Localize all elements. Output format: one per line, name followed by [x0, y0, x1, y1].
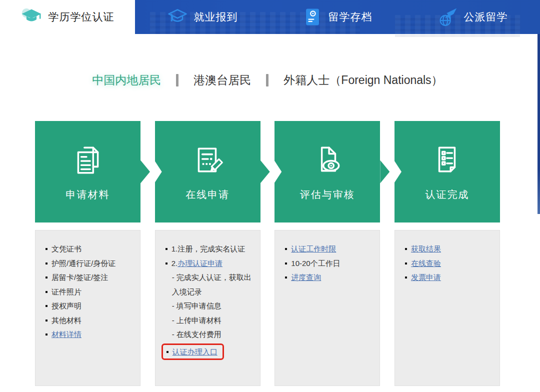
plane-globe-icon	[438, 7, 458, 27]
panel-item-list: 获取结果在线查验发票申请	[395, 230, 500, 285]
step-label: 申请材料	[66, 188, 110, 202]
archive-document-icon	[303, 8, 322, 26]
panel-evaluation-review: 认证工作时限10-20个工作日进度查询	[274, 230, 380, 386]
graduation-cap-filled-icon	[21, 8, 42, 26]
panel-link-item: 材料详情	[46, 328, 133, 342]
panel-online-application: 1.注册，完成实名认证2.办理认证申请- 完成实人认证，获取出入境记录- 填写申…	[155, 230, 260, 386]
panel-text: 入境记录	[172, 288, 202, 296]
checklist-icon	[430, 143, 464, 178]
tab-label: 留学存档	[328, 10, 372, 24]
separator-bar	[266, 74, 268, 86]
separator-bar	[176, 74, 178, 86]
edit-document-icon	[191, 143, 224, 178]
panel-text-item: 其他材料	[46, 314, 133, 328]
graduation-cap-outline-icon	[168, 8, 188, 26]
panel-text-item: 授权声明	[46, 299, 133, 314]
panel-item-list: 文凭证书护照/通行证/身份证居留卡/签证/签注证件照片授权声明其他材料材料详情	[36, 230, 140, 342]
panel-text: 居留卡/签证/签注	[52, 273, 108, 282]
panel-text: 1.注册，完成实名认证	[172, 244, 246, 253]
panel-text-item: 护照/通行证/身份证	[46, 256, 133, 271]
panel-application-materials: 文凭证书护照/通行证/身份证居留卡/签证/签注证件照片授权声明其他材料材料详情	[35, 230, 140, 386]
tab-study-abroad-archive[interactable]: 留学存档	[270, 0, 405, 34]
panel-link[interactable]: 进度查询	[291, 273, 321, 282]
top-tabbar: 学历学位认证 就业报到 留学存档	[0, 0, 540, 34]
panel-text: 授权声明	[52, 302, 82, 310]
panel-text: 护照/通行证/身份证	[52, 259, 116, 268]
panel-text: - 上传申请材料	[172, 316, 222, 324]
step-label: 认证完成	[425, 188, 469, 202]
panel-text-item: 文凭证书	[46, 242, 133, 256]
panel-authentication-complete: 获取结果在线查验发票申请	[394, 230, 500, 386]
residency-tabs: 中国内地居民 港澳台居民 外籍人士（Foreign Nationals）	[35, 70, 500, 90]
tab-label: 公派留学	[464, 10, 508, 24]
panel-text-item: - 填写申请信息	[166, 299, 253, 314]
panel-link[interactable]: 认证工作时限	[291, 244, 336, 253]
step-card-evaluation-review: 评估与审核	[274, 121, 380, 222]
panel-text: 10-20个工作日	[291, 259, 340, 268]
review-eye-icon	[311, 143, 344, 178]
tab-credential-authentication[interactable]: 学历学位认证	[0, 0, 135, 34]
tab-label: 学历学位认证	[48, 10, 114, 24]
step-card-application-materials: 申请材料	[35, 121, 140, 222]
panel-link-item: 在线查验	[405, 256, 492, 271]
panel-link-item: 2.办理认证申请	[166, 256, 253, 271]
panel-text-item: - 完成实人认证，获取出	[166, 270, 253, 285]
right-edge-banner-strip	[538, 34, 540, 214]
documents-icon	[72, 143, 104, 178]
panel-text-item: 证件照片	[46, 285, 133, 300]
step-card-online-application: 在线申请	[155, 121, 260, 222]
panel-text-item: 1.注册，完成实名认证	[166, 242, 253, 256]
step-detail-panels: 文凭证书护照/通行证/身份证居留卡/签证/签注证件照片授权声明其他材料材料详情 …	[35, 230, 500, 386]
tab-government-sponsored-study[interactable]: 公派留学	[405, 0, 540, 34]
tab-label: 就业报到	[194, 10, 238, 24]
panel-text-item: - 上传申请材料	[166, 314, 253, 328]
step-label: 在线申请	[186, 188, 230, 202]
panel-item-list: 认证工作时限10-20个工作日进度查询	[275, 230, 380, 285]
panel-link-item: 认证工作时限	[285, 242, 372, 256]
panel-link-item: 认证办理入口	[162, 344, 224, 360]
item-number-prefix: 2.	[172, 259, 178, 268]
panel-text-item: 居留卡/签证/签注	[46, 270, 133, 285]
panel-link[interactable]: 获取结果	[411, 244, 441, 253]
panel-text-item: 10-20个工作日	[285, 256, 372, 271]
tab-employment-registration[interactable]: 就业报到	[135, 0, 270, 34]
panel-text: - 完成实人认证，获取出	[172, 273, 252, 282]
process-steps: 申请材料 在线申请	[35, 121, 500, 222]
panel-text-item: 入境记录	[166, 285, 253, 300]
panel-link[interactable]: 认证办理入口	[172, 348, 218, 356]
panel-text: - 在线支付费用	[172, 330, 222, 338]
tab-mainland-residents[interactable]: 中国内地居民	[92, 72, 161, 88]
step-card-authentication-complete: 认证完成	[394, 121, 500, 222]
step-label: 评估与审核	[300, 188, 355, 202]
panel-text: 文凭证书	[52, 244, 82, 253]
tab-foreign-nationals[interactable]: 外籍人士（Foreign Nationals）	[284, 72, 442, 88]
panel-text-item: - 在线支付费用	[166, 328, 253, 342]
panel-link-item: 发票申请	[405, 270, 492, 285]
panel-link[interactable]: 办理认证申请	[178, 259, 222, 268]
panel-item-list: 1.注册，完成实名认证2.办理认证申请- 完成实人认证，获取出入境记录- 填写申…	[156, 230, 260, 360]
panel-link[interactable]: 发票申请	[411, 273, 441, 282]
panel-link-item: 进度查询	[285, 270, 372, 285]
panel-text: 证件照片	[52, 288, 82, 296]
panel-link[interactable]: 材料详情	[52, 330, 82, 338]
tab-hk-macao-taiwan-residents[interactable]: 港澳台居民	[194, 72, 251, 88]
panel-link-item: 获取结果	[405, 242, 492, 256]
panel-link[interactable]: 在线查验	[411, 259, 441, 268]
panel-text: - 填写申请信息	[172, 302, 222, 310]
panel-text: 其他材料	[52, 316, 82, 324]
